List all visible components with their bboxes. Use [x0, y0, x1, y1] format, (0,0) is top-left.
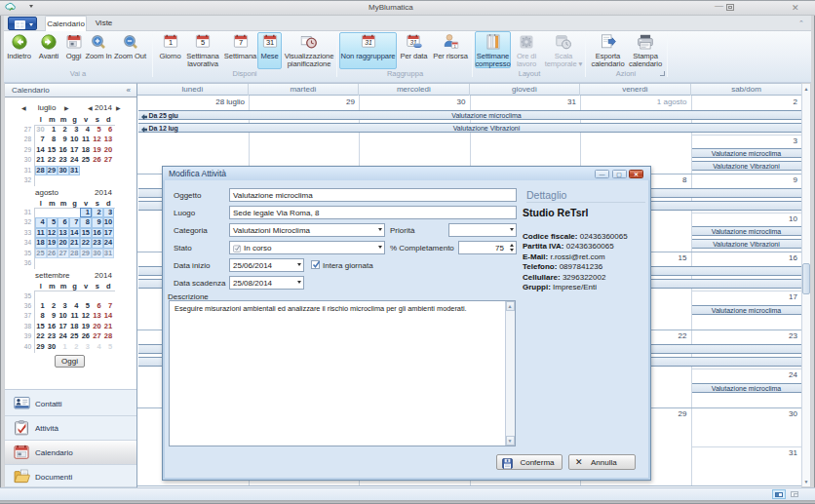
svg-text:31: 31: [265, 38, 273, 47]
svg-text:5: 5: [201, 38, 205, 47]
svg-text:31: 31: [365, 39, 372, 46]
svg-text:1: 1: [168, 38, 172, 47]
svg-text:7: 7: [238, 38, 242, 47]
